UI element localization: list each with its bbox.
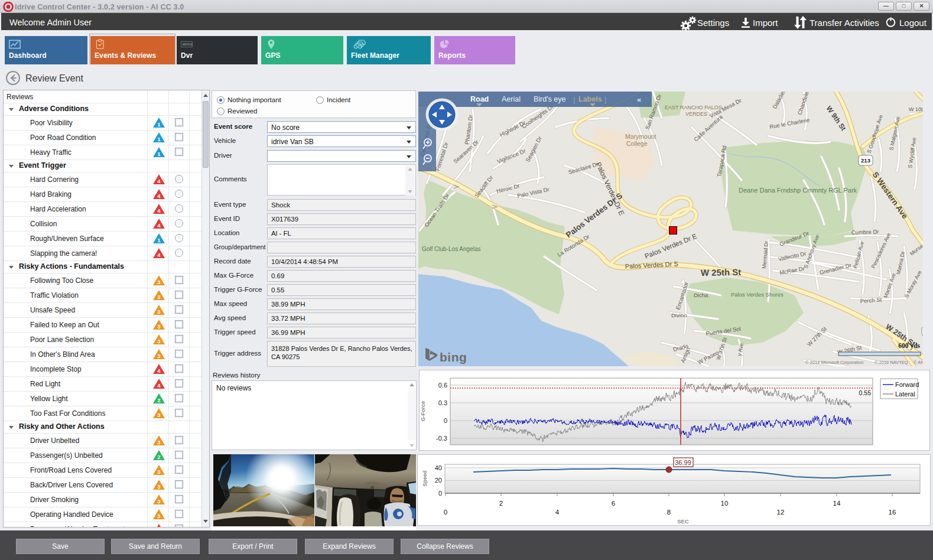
svg-text:3: 3 xyxy=(157,468,160,475)
svg-text:Road: Road xyxy=(470,95,489,103)
svg-text:600 yds: 600 yds xyxy=(898,342,920,350)
svg-text:4: 4 xyxy=(157,178,161,184)
svg-text:© AND: © AND xyxy=(914,360,923,365)
svg-text:20: 20 xyxy=(435,477,442,484)
svg-text:0: 0 xyxy=(444,509,447,516)
svg-text:Divino: Divino xyxy=(671,312,687,318)
svg-text:© 2014 Microsoft Corporation: © 2014 Microsoft Corporation xyxy=(805,360,863,365)
svg-text:3: 3 xyxy=(157,338,160,344)
svg-text:4: 4 xyxy=(157,367,161,374)
svg-text:VERDES: VERDES xyxy=(685,111,707,117)
svg-text:4: 4 xyxy=(555,509,560,516)
svg-text:3: 3 xyxy=(157,513,160,519)
svg-text:6: 6 xyxy=(612,500,615,507)
svg-text:3: 3 xyxy=(157,308,160,315)
svg-text:|: | xyxy=(573,95,575,104)
svg-text:1: 1 xyxy=(157,136,161,142)
svg-text:SEC: SEC xyxy=(677,518,689,525)
svg-text:Speed: Speed xyxy=(422,470,428,486)
svg-text:3: 3 xyxy=(157,498,160,504)
svg-text:College: College xyxy=(626,140,648,147)
svg-text:W 10t: W 10t xyxy=(909,106,923,112)
svg-text:3: 3 xyxy=(157,412,160,418)
svg-text:16: 16 xyxy=(889,509,896,516)
svg-text:3: 3 xyxy=(157,323,160,330)
svg-text:0.6: 0.6 xyxy=(438,382,447,389)
svg-text:0.55: 0.55 xyxy=(859,389,872,396)
svg-text:3: 3 xyxy=(157,294,160,300)
svg-text:40: 40 xyxy=(435,464,442,471)
svg-text:4: 4 xyxy=(157,252,161,258)
svg-text:3: 3 xyxy=(157,279,160,285)
svg-text:4: 4 xyxy=(157,207,161,214)
svg-text:|: | xyxy=(604,95,606,104)
svg-text:3: 3 xyxy=(157,353,160,359)
svg-text:Bird's eye: Bird's eye xyxy=(534,95,566,103)
svg-text:8: 8 xyxy=(667,509,671,516)
svg-text:3: 3 xyxy=(157,439,160,445)
svg-text:4: 4 xyxy=(157,193,161,199)
svg-text:2: 2 xyxy=(499,500,503,507)
svg-text:Forward: Forward xyxy=(895,381,919,388)
svg-text:W 25th St: W 25th St xyxy=(701,267,742,278)
svg-text:Golf Club-Los Angelas: Golf Club-Los Angelas xyxy=(422,246,481,252)
svg-text:Deane Dana Frndshp Cmmnty RGL: Deane Dana Frndshp Cmmnty RGL Park xyxy=(739,187,857,194)
svg-text:© 2010 NAVTEQ: © 2010 NAVTEQ xyxy=(875,360,908,365)
svg-text:4: 4 xyxy=(157,382,161,389)
svg-text:MERGE: MERGE xyxy=(183,43,193,46)
svg-text:213: 213 xyxy=(861,157,870,164)
svg-text:3: 3 xyxy=(157,483,160,490)
svg-text:14: 14 xyxy=(833,500,841,507)
svg-text:4: 4 xyxy=(157,222,161,229)
svg-text:0.3: 0.3 xyxy=(438,399,447,406)
svg-text:2: 2 xyxy=(157,397,160,403)
svg-text:Labels: Labels xyxy=(578,95,602,103)
svg-text:Marymount: Marymount xyxy=(625,133,656,140)
svg-text:36.99: 36.99 xyxy=(675,459,691,466)
svg-text:0: 0 xyxy=(438,490,442,497)
svg-text:1: 1 xyxy=(157,237,161,243)
svg-text:Palos Verdes Shores: Palos Verdes Shores xyxy=(731,291,784,298)
svg-text:Cumbre Dr: Cumbre Dr xyxy=(851,228,879,236)
svg-text:Dicha: Dicha xyxy=(694,292,708,298)
svg-text:-0.3: -0.3 xyxy=(436,435,447,442)
svg-text:12: 12 xyxy=(777,509,785,516)
svg-text:10: 10 xyxy=(721,500,729,507)
svg-text:2: 2 xyxy=(157,454,160,460)
svg-text:Lateral: Lateral xyxy=(895,390,915,398)
svg-text:«: « xyxy=(637,95,641,104)
svg-text:0: 0 xyxy=(444,417,447,424)
svg-text:1: 1 xyxy=(157,121,161,128)
svg-text:G-Force: G-Force xyxy=(420,401,426,422)
svg-text:EAST RANCHO PALOS: EAST RANCHO PALOS xyxy=(665,105,722,110)
svg-text:1: 1 xyxy=(157,151,161,157)
svg-text:Aerial: Aerial xyxy=(502,95,521,103)
svg-text:bing: bing xyxy=(440,350,467,364)
